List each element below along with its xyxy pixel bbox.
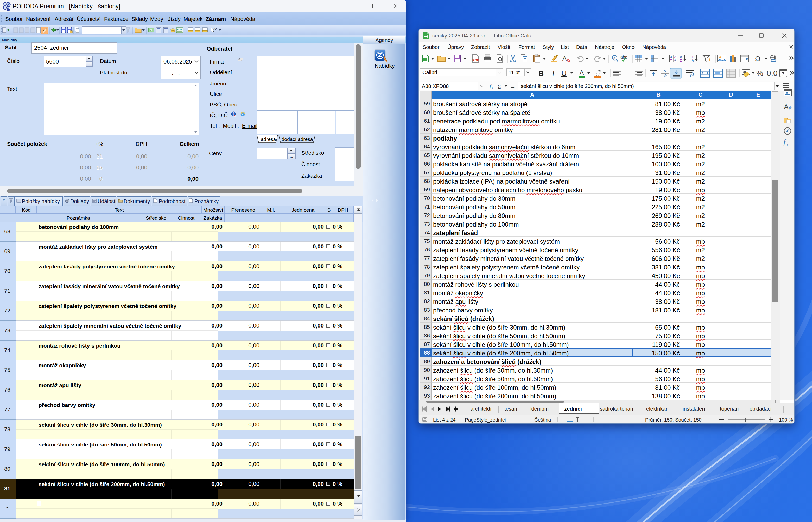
svg-text:B: B [539,69,544,77]
svg-text:0.0: 0.0 [767,69,778,77]
svg-text:?: ? [214,27,217,31]
svg-text:PDF: PDF [472,58,479,62]
svg-text:f: f [783,138,787,146]
svg-text:Z: Z [670,59,672,62]
svg-text:Z: Z [691,55,693,59]
svg-text:=: = [511,83,515,90]
svg-text:A: A [674,59,676,62]
svg-text:x: x [491,86,494,90]
svg-text:adresa: adresa [261,136,276,142]
svg-text:IBAN: IBAN [177,28,183,31]
svg-text:Σ: Σ [497,83,501,90]
svg-text:A: A [680,55,682,59]
svg-text:x: x [786,142,789,147]
svg-text:A: A [580,69,584,76]
svg-text:A: A [562,55,567,62]
svg-text:Ω: Ω [755,55,761,63]
svg-text:abc: abc [621,55,627,59]
svg-text:Z: Z [680,59,682,62]
svg-text:a: a [613,56,615,60]
svg-text:A: A [691,59,694,62]
svg-text:A: A [670,56,672,59]
svg-text:A: A [784,103,789,111]
svg-text:e: e [242,112,243,116]
svg-text:I: I [552,69,555,77]
svg-text:%: % [756,69,763,77]
svg-text:7: 7 [782,72,785,77]
svg-text:U: U [561,69,567,77]
svg-text:dodací adresa: dodací adresa [282,136,313,142]
svg-text:Z: Z [674,56,676,59]
